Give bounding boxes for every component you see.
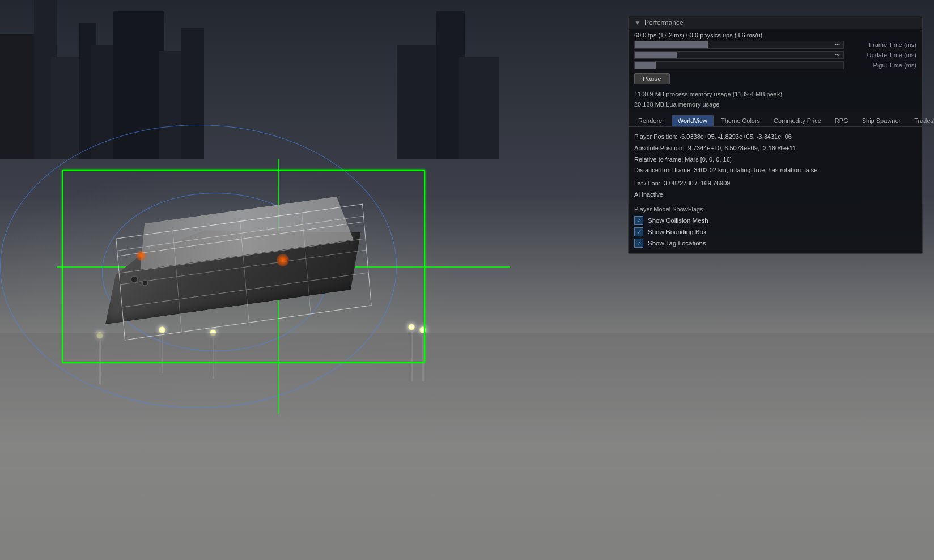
tab-ship-spawner[interactable]: Ship Spawner — [856, 115, 907, 126]
tab-commodity-price[interactable]: Commodity Price — [767, 115, 827, 126]
flags-title: Player Model ShowFlags: — [634, 206, 916, 213]
process-memory-line: 1100.9 MB process memory usage (1139.4 M… — [634, 90, 916, 100]
engine-glow-right — [277, 254, 289, 266]
pigui-time-bar — [635, 62, 656, 69]
relative-frame-label: Relative to frame: — [634, 156, 685, 163]
flag-tag-locations[interactable]: Show Tag Locations — [634, 237, 916, 249]
ai-status-value: AI inactive — [634, 191, 663, 198]
engine-glow-left — [136, 251, 146, 261]
landing-gear-1 — [130, 275, 138, 283]
ship-container — [57, 159, 442, 374]
frame-time-row: 〜 Frame Time (ms) — [629, 40, 922, 50]
distance-label: Distance from frame: — [634, 167, 694, 173]
flag-tag-locations-checkbox[interactable] — [634, 239, 643, 248]
player-position-value: -6.0338e+05, -1.8293e+05, -3.3431e+06 — [679, 133, 791, 140]
frame-time-bar — [635, 41, 708, 48]
pigui-time-label: Pigui Time (ms) — [848, 62, 916, 69]
fps-display: 60.0 fps (17.2 ms) 60.0 physics ups (3.6… — [629, 29, 922, 40]
lat-lon-label: Lat / Lon: — [634, 180, 662, 186]
update-time-bar — [635, 52, 677, 58]
tab-tradeships[interactable]: Tradeships — [908, 115, 934, 126]
memory-info: 1100.9 MB process memory usage (1139.4 M… — [629, 87, 922, 113]
tab-rpg[interactable]: RPG — [829, 115, 855, 126]
distance-value: 3402.02 km, rotating: true, has rotation… — [694, 167, 817, 173]
player-position-label: Player Position: — [634, 133, 679, 140]
flag-bounding-box-checkbox[interactable] — [634, 227, 643, 236]
pause-button[interactable]: Pause — [634, 73, 670, 84]
update-time-label: Update Time (ms) — [848, 52, 916, 58]
flag-bounding-box-label: Show Bounding Box — [648, 228, 707, 235]
flag-bounding-box[interactable]: Show Bounding Box — [634, 226, 916, 237]
absolute-position-value: -9.7344e+10, 6.5078e+09, -2.1604e+11 — [686, 145, 796, 151]
pigui-time-graph — [634, 61, 844, 69]
absolute-position-line: Absolute Position: -9.7344e+10, 6.5078e+… — [634, 143, 916, 154]
flag-collision-mesh[interactable]: Show Collision Mesh — [634, 215, 916, 226]
tab-renderer[interactable]: Renderer — [632, 115, 670, 126]
worldview-content: Player Position: -6.0338e+05, -1.8293e+0… — [629, 127, 922, 205]
update-time-graph: 〜 — [634, 51, 844, 59]
lua-memory-line: 20.138 MB Lua memory usage — [634, 100, 916, 110]
frame-time-label: Frame Time (ms) — [848, 41, 916, 48]
landing-gear-2 — [142, 279, 148, 286]
lat-lon-line: Lat / Lon: -3.0822780 / -169.76909 — [634, 178, 916, 189]
pigui-time-row: Pigui Time (ms) — [629, 60, 922, 70]
collapse-arrow: ▼ — [634, 19, 641, 27]
tab-theme-colors[interactable]: Theme Colors — [715, 115, 766, 126]
tab-worldview[interactable]: WorldView — [672, 115, 714, 126]
absolute-position-label: Absolute Position: — [634, 145, 686, 151]
flag-collision-mesh-checkbox[interactable] — [634, 216, 643, 225]
player-position-line: Player Position: -6.0338e+05, -1.8293e+0… — [634, 131, 916, 142]
pause-row: Pause — [629, 70, 922, 87]
frame-time-graph: 〜 — [634, 41, 844, 49]
update-time-row: 〜 Update Time (ms) — [629, 50, 922, 60]
performance-header: ▼ Performance — [629, 16, 922, 29]
relative-frame-value: Mars [0, 0, 0, 16] — [685, 156, 732, 163]
lat-lon-value: -3.0822780 / -169.76909 — [662, 180, 731, 186]
distance-line: Distance from frame: 3402.02 km, rotatin… — [634, 165, 916, 176]
relative-frame-line: Relative to frame: Mars [0, 0, 0, 16] — [634, 154, 916, 165]
performance-title: Performance — [644, 19, 683, 27]
flag-tag-locations-label: Show Tag Locations — [648, 240, 706, 247]
debug-panel: ▼ Performance 60.0 fps (17.2 ms) 60.0 ph… — [628, 16, 923, 254]
fps-text: 60.0 fps (17.2 ms) 60.0 physics ups (3.6… — [634, 32, 762, 39]
ai-status-line: AI inactive — [634, 189, 916, 200]
ship-body — [91, 204, 374, 317]
flags-section: Player Model ShowFlags: Show Collision M… — [629, 205, 922, 253]
tab-bar: Renderer WorldView Theme Colors Commodit… — [629, 113, 922, 127]
flag-collision-mesh-label: Show Collision Mesh — [648, 217, 708, 224]
